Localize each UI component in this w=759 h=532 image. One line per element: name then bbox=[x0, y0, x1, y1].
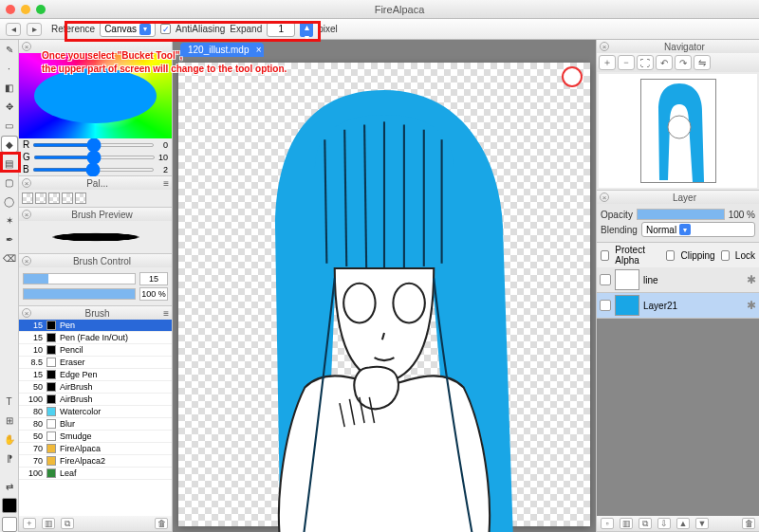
swatch-empty[interactable] bbox=[35, 193, 46, 204]
expand-label: Expand bbox=[230, 24, 262, 34]
reference-label: Reference bbox=[51, 24, 95, 34]
protect-alpha-label: Protect Alpha bbox=[615, 245, 660, 266]
swap-color[interactable]: ⇄ bbox=[2, 479, 17, 494]
reference-select[interactable]: Canvas ▾ bbox=[100, 22, 156, 37]
blending-label: Blending bbox=[601, 225, 638, 235]
opacity-value[interactable]: 100 % bbox=[139, 287, 168, 301]
close-window[interactable] bbox=[6, 5, 15, 14]
menu-icon[interactable]: ≡ bbox=[163, 308, 169, 319]
r-slider[interactable] bbox=[32, 143, 155, 147]
blending-select[interactable]: Normal▾ bbox=[641, 222, 755, 237]
hand-tool[interactable]: ✋ bbox=[2, 431, 17, 447]
delete-layer-button[interactable]: 🗑 bbox=[742, 518, 755, 529]
size-value[interactable]: 15 bbox=[139, 272, 168, 285]
swatch-empty[interactable] bbox=[22, 193, 33, 204]
close-icon[interactable]: × bbox=[600, 193, 609, 202]
brush-row[interactable]: 50Smudge bbox=[19, 431, 172, 443]
brush-row[interactable]: 80Blur bbox=[19, 418, 172, 431]
brush-tool[interactable]: ✎ bbox=[2, 42, 17, 57]
new-folder-button[interactable]: ▥ bbox=[620, 518, 633, 529]
close-icon[interactable]: × bbox=[22, 42, 31, 51]
brush-size: 70 bbox=[22, 456, 43, 466]
brush-row[interactable]: 8.5Eraser bbox=[19, 357, 172, 369]
clipping-checkbox[interactable] bbox=[666, 250, 675, 261]
duplicate-layer-button[interactable]: ⧉ bbox=[639, 518, 652, 529]
protect-alpha-checkbox[interactable] bbox=[601, 250, 609, 261]
opacity-slider[interactable] bbox=[23, 288, 136, 300]
gear-icon[interactable]: ✱ bbox=[747, 299, 756, 312]
chevron-down-icon: ▾ bbox=[679, 224, 691, 235]
canvas[interactable] bbox=[178, 63, 590, 526]
merge-layer-button[interactable]: ⇩ bbox=[657, 518, 671, 529]
layer-opacity-value: 100 % bbox=[729, 210, 755, 220]
brush-row[interactable]: 100AirBrush bbox=[19, 394, 172, 406]
swatch-empty[interactable] bbox=[48, 193, 60, 204]
g-slider[interactable] bbox=[33, 156, 156, 159]
history-back-button[interactable]: ◂ bbox=[6, 23, 21, 36]
antialias-checkbox[interactable]: ✓ bbox=[160, 24, 171, 34]
add-brush-button[interactable]: + bbox=[23, 518, 36, 529]
brush-row[interactable]: 50AirBrush bbox=[19, 381, 172, 394]
layer-down-button[interactable]: ▼ bbox=[695, 518, 709, 529]
add-group-button[interactable]: ▥ bbox=[42, 518, 55, 529]
size-slider[interactable] bbox=[23, 273, 136, 284]
visibility-toggle[interactable] bbox=[600, 274, 611, 285]
layer-name: line bbox=[643, 275, 743, 285]
brush-row[interactable]: 80Watercolor bbox=[19, 406, 172, 418]
brush-row[interactable]: 15Pen bbox=[19, 320, 172, 332]
brush-swatch bbox=[46, 321, 56, 330]
history-forward-button[interactable]: ▸ bbox=[27, 23, 42, 36]
dot-tool[interactable]: ∙ bbox=[2, 61, 17, 76]
lasso-tool[interactable]: ◯ bbox=[2, 193, 17, 209]
bg-color[interactable] bbox=[2, 517, 17, 532]
brush-size: 100 bbox=[22, 394, 43, 404]
shape-tool[interactable]: ▭ bbox=[2, 118, 17, 133]
visibility-toggle[interactable] bbox=[600, 300, 611, 311]
fg-color[interactable] bbox=[2, 498, 17, 513]
gear-icon[interactable]: ✱ bbox=[747, 273, 756, 286]
text-tool[interactable]: T bbox=[2, 394, 17, 409]
eyedropper-tool[interactable]: ⁋ bbox=[2, 450, 17, 466]
bucket-tool[interactable]: ◆ bbox=[2, 137, 17, 152]
magic-wand-tool[interactable]: ✶ bbox=[2, 212, 17, 228]
brush-row[interactable]: 15Pen (Fade In/Out) bbox=[19, 332, 172, 344]
brush-name: AirBrush bbox=[60, 394, 93, 404]
eraser-tool[interactable]: ◧ bbox=[2, 80, 17, 95]
close-icon[interactable]: × bbox=[22, 256, 31, 266]
menu-icon[interactable]: ≡ bbox=[163, 178, 169, 189]
close-icon[interactable]: × bbox=[22, 308, 31, 318]
b-slider[interactable] bbox=[32, 168, 155, 172]
maximize-window[interactable] bbox=[36, 5, 46, 14]
divide-tool[interactable]: ⊞ bbox=[2, 413, 17, 428]
brush-row[interactable]: 100Leaf bbox=[19, 468, 172, 480]
layer-list[interactable]: line✱Layer21✱ bbox=[597, 267, 759, 516]
brush-row[interactable]: 10Pencil bbox=[19, 344, 172, 357]
brush-name: AirBrush bbox=[60, 382, 93, 392]
layer-row[interactable]: Layer21✱ bbox=[597, 293, 759, 319]
new-layer-button[interactable]: ▫ bbox=[601, 518, 614, 529]
close-icon[interactable]: × bbox=[22, 178, 31, 188]
delete-brush-button[interactable]: 🗑 bbox=[155, 518, 168, 529]
brush-swatch bbox=[46, 444, 56, 453]
swatch-empty[interactable] bbox=[75, 193, 86, 204]
swatch-empty[interactable] bbox=[62, 193, 73, 204]
select-rect-tool[interactable]: ▢ bbox=[2, 174, 17, 190]
lock-checkbox[interactable] bbox=[721, 250, 730, 261]
navigator-thumbnail[interactable] bbox=[599, 74, 757, 188]
close-icon[interactable]: × bbox=[22, 210, 31, 219]
move-tool[interactable]: ✥ bbox=[2, 99, 17, 114]
gradient-tool[interactable]: ▤ bbox=[2, 156, 17, 171]
brush-row[interactable]: 70FireAlpaca bbox=[19, 443, 172, 455]
layer-row[interactable]: line✱ bbox=[597, 267, 759, 293]
select-pen-tool[interactable]: ✒ bbox=[2, 231, 17, 247]
expand-input[interactable] bbox=[267, 22, 295, 37]
layer-opacity-slider[interactable] bbox=[637, 209, 725, 220]
layer-up-button[interactable]: ▲ bbox=[676, 518, 690, 529]
brush-list[interactable]: 15Pen15Pen (Fade In/Out)10Pencil8.5Erase… bbox=[19, 320, 172, 516]
minimize-window[interactable] bbox=[21, 5, 30, 14]
brush-row[interactable]: 70FireAlpaca2 bbox=[19, 455, 172, 468]
duplicate-brush-button[interactable]: ⧉ bbox=[61, 518, 74, 529]
expand-stepper[interactable]: ▴▾ bbox=[300, 22, 313, 37]
brush-row[interactable]: 15Edge Pen bbox=[19, 369, 172, 381]
select-eraser-tool[interactable]: ⌫ bbox=[2, 250, 17, 266]
